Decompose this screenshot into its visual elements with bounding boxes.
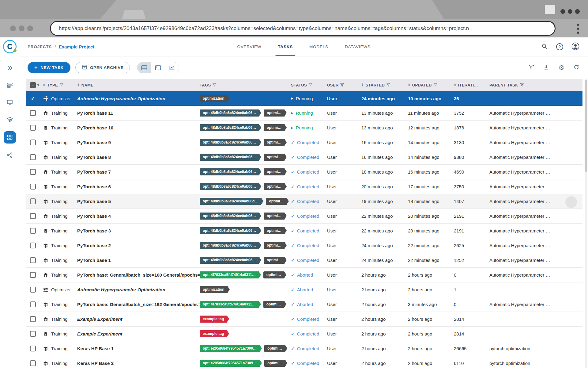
- table-row[interactable]: Training PyTorch base 6 opt: 48db0b8a6c8…: [26, 179, 582, 194]
- sort-icon[interactable]: ▲▼: [408, 83, 410, 87]
- user-avatar[interactable]: [571, 42, 579, 52]
- table-row[interactable]: Training PyTorch base 11 opt: 48db0b8a6c…: [26, 106, 582, 121]
- row-checkbox[interactable]: [30, 287, 36, 293]
- tag-pill[interactable]: optimi…: [266, 198, 287, 205]
- column-header[interactable]: ▲▼ NAME: [77, 83, 200, 87]
- table-row[interactable]: Training PyTorch base 5 opt: 48db0b8a6c8…: [26, 194, 582, 209]
- tag-pill[interactable]: opt: 48db0b8a6c824ce0ab06…: [200, 213, 259, 220]
- tab[interactable]: MODELS: [308, 37, 330, 56]
- tag-pill[interactable]: opt: 48db0b8a6c824ce0ab06…: [200, 227, 259, 234]
- row-checkbox[interactable]: [30, 360, 36, 366]
- row-checkbox[interactable]: [30, 198, 36, 204]
- datasets-icon[interactable]: [4, 114, 15, 125]
- queues-icon[interactable]: [4, 80, 15, 91]
- filter-icon[interactable]: [340, 83, 344, 87]
- tag-pill[interactable]: opt: e205d684f7954571a7309…: [200, 345, 260, 352]
- column-header[interactable]: ▲▼ PARENT TASK: [489, 83, 582, 87]
- task-name-cell[interactable]: PyTorch base 2: [77, 243, 200, 248]
- table-row[interactable]: Training PyTorch base: General/batch_siz…: [26, 268, 582, 282]
- task-name-cell[interactable]: PyTorch base 9: [77, 140, 200, 145]
- window-button[interactable]: [545, 5, 555, 14]
- tab[interactable]: OVERVIEW: [236, 37, 262, 56]
- table-row[interactable]: Training PyTorch base 1 opt: 48db0b8a6c8…: [26, 253, 582, 268]
- download-icon[interactable]: [543, 64, 549, 71]
- pipelines-icon[interactable]: [4, 150, 15, 161]
- select-all-checkbox[interactable]: [30, 82, 36, 88]
- tag-pill[interactable]: optimi…: [264, 183, 285, 190]
- table-row[interactable]: Optimizer Automatic Hyperparameter Optim…: [26, 282, 582, 297]
- row-checkbox[interactable]: [30, 243, 36, 248]
- column-header[interactable]: ▲▼ TAGS: [200, 83, 291, 87]
- row-checkbox[interactable]: [30, 140, 36, 145]
- column-header[interactable]: ▲▼ UPDATED: [408, 83, 454, 87]
- row-checkbox[interactable]: [30, 154, 36, 160]
- sort-icon[interactable]: ▲▼: [77, 83, 80, 87]
- tag-pill[interactable]: opt: 48db0b8a6c824ce0ab06…: [200, 257, 259, 264]
- table-row[interactable]: Training Keras HP Base 2 opt: e205d684f7…: [26, 356, 582, 368]
- task-name-cell[interactable]: Example Experiment: [77, 331, 200, 336]
- tag-pill[interactable]: optimi…: [264, 213, 285, 220]
- task-name-cell[interactable]: PyTorch base 11: [77, 110, 200, 116]
- row-checkbox[interactable]: [30, 346, 36, 351]
- table-row[interactable]: Training Example Experiment example tag …: [26, 327, 582, 341]
- task-name-cell[interactable]: PyTorch base 10: [77, 125, 200, 130]
- row-checkbox[interactable]: [30, 96, 36, 102]
- tag-pill[interactable]: opt: e205d684f7954571a7309…: [200, 360, 260, 367]
- clearml-logo[interactable]: C: [3, 40, 17, 53]
- task-name-cell[interactable]: Keras HP Base 1: [77, 346, 200, 351]
- table-row[interactable]: Training Example Experiment example tag …: [26, 312, 582, 327]
- select-all-caret-icon[interactable]: [37, 83, 39, 87]
- breadcrumb-root[interactable]: PROJECTS: [28, 44, 52, 49]
- tag-pill[interactable]: optimi…: [264, 257, 285, 264]
- tag-pill[interactable]: optimi…: [264, 242, 285, 249]
- row-checkbox[interactable]: [30, 125, 36, 131]
- tab[interactable]: DATAVIEWS: [344, 37, 372, 56]
- tag-pill[interactable]: opt: 48db0b8a6c824ce0ab06…: [200, 242, 259, 249]
- tag-pill[interactable]: opt: 48db0b8a6c824ce0ab06…: [200, 109, 259, 117]
- filter-icon[interactable]: [386, 83, 390, 87]
- tag-pill[interactable]: opt: 48db0b8a6c824ce0ab06d…: [200, 198, 261, 205]
- table-row[interactable]: Training PyTorch base 10 opt: 48db0b8a6c…: [26, 121, 582, 135]
- tag-pill[interactable]: optimi…: [264, 345, 285, 352]
- table-row[interactable]: Training PyTorch base 9 opt: 48db0b8a6c8…: [26, 135, 582, 150]
- sort-icon[interactable]: ▲▼: [454, 83, 456, 87]
- task-name-cell[interactable]: PyTorch base 7: [77, 169, 200, 174]
- table-row[interactable]: Optimizer Automatic Hyperparameter Optim…: [26, 91, 582, 106]
- table-scrollbar[interactable]: [585, 79, 587, 368]
- row-checkbox[interactable]: [30, 184, 36, 190]
- column-header[interactable]: ▲▼ USER: [327, 83, 361, 87]
- task-name-cell[interactable]: PyTorch base: General/batch_size=192 Gen…: [77, 302, 200, 307]
- task-name-cell[interactable]: PyTorch base 8: [77, 155, 200, 160]
- table-row[interactable]: Training PyTorch base 3 opt: 48db0b8a6c8…: [26, 224, 582, 238]
- row-checkbox[interactable]: [30, 331, 36, 337]
- row-checkbox[interactable]: [30, 272, 36, 278]
- column-header[interactable]: ▲▼ STARTED: [361, 83, 408, 87]
- row-checkbox[interactable]: [30, 169, 36, 175]
- task-name-cell[interactable]: PyTorch base 6: [77, 184, 200, 189]
- row-checkbox[interactable]: [30, 257, 36, 263]
- sort-icon[interactable]: ▲▼: [361, 83, 364, 87]
- table-row[interactable]: Training PyTorch base 2 opt: 48db0b8a6c8…: [26, 238, 582, 253]
- task-name-cell[interactable]: Example Experiment: [77, 316, 200, 322]
- search-icon[interactable]: [541, 43, 548, 51]
- task-name-cell[interactable]: PyTorch base 5: [77, 199, 200, 204]
- getting-started-icon[interactable]: [4, 63, 15, 74]
- task-name-cell[interactable]: PyTorch base 4: [77, 213, 200, 219]
- breadcrumb-current[interactable]: Example Project: [59, 44, 95, 49]
- table-row[interactable]: Training PyTorch base: General/batch_siz…: [26, 297, 582, 312]
- address-bar[interactable]: https://app.clear.ml/projects/2043a1657f…: [50, 21, 556, 36]
- browser-nav-dots[interactable]: [10, 25, 33, 31]
- tag-pill[interactable]: optimi…: [264, 154, 285, 161]
- open-archive-button[interactable]: OPEN ARCHIVE: [75, 62, 130, 73]
- tag-pill[interactable]: optimi…: [263, 301, 284, 308]
- scrollbar-thumb[interactable]: [585, 80, 587, 172]
- window-controls[interactable]: [560, 9, 580, 14]
- table-row[interactable]: Training PyTorch base 7 opt: 48db0b8a6c8…: [26, 165, 582, 179]
- tab[interactable]: TASKS: [277, 37, 294, 56]
- tag-pill[interactable]: opt: 48db0b8a6c824ce0ab06…: [200, 124, 259, 131]
- tag-pill[interactable]: optimi…: [263, 271, 284, 278]
- tag-pill[interactable]: optimi…: [264, 124, 285, 131]
- refresh-icon[interactable]: [573, 64, 579, 71]
- table-view-icon[interactable]: [138, 62, 151, 73]
- tag-pill[interactable]: opt: 48db0b8a6c824ce0ab06…: [200, 183, 259, 190]
